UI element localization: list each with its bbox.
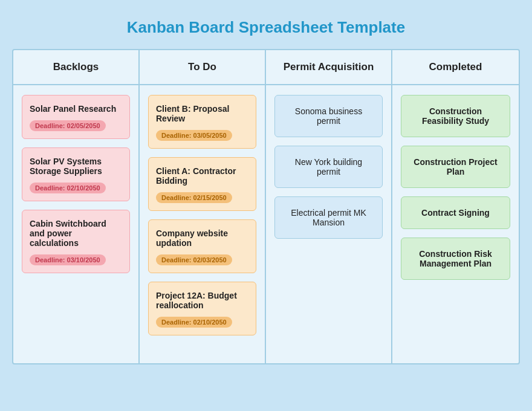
list-item[interactable]: Company website updation Deadline: 02/03…: [148, 219, 256, 273]
card-deadline: Deadline: 03/10/2050: [30, 254, 106, 265]
board-body: Solar Panel Research Deadline: 02/05/205…: [13, 85, 519, 363]
list-item[interactable]: Client B: Proposal Review Deadline: 03/0…: [148, 95, 256, 149]
card-deadline: Deadline: 02/03/2050: [156, 254, 232, 265]
column-header-permit: Permit Acquisition: [266, 50, 392, 84]
list-item[interactable]: Client A: Contractor Bidding Deadline: 0…: [148, 157, 256, 211]
backlogs-column: Solar Panel Research Deadline: 02/05/205…: [13, 85, 140, 363]
card-title: New York building permit: [282, 157, 375, 176]
card-title: Solar Panel Research: [30, 104, 122, 114]
list-item[interactable]: Sonoma business permit: [274, 95, 383, 137]
board-header: Backlogs To Do Permit Acquisition Comple…: [13, 50, 519, 85]
list-item[interactable]: Project 12A: Budget reallocation Deadlin…: [148, 282, 256, 335]
card-deadline: Deadline: 03/05/2050: [156, 130, 232, 141]
card-title: Client B: Proposal Review: [156, 104, 248, 123]
card-title: Solar PV Systems Storage Suppliers: [30, 157, 122, 176]
card-title: Sonoma business permit: [282, 106, 375, 126]
list-item[interactable]: Contract Signing: [401, 196, 510, 229]
todo-column: Client B: Proposal Review Deadline: 03/0…: [140, 85, 266, 363]
card-title: Contract Signing: [409, 208, 502, 218]
card-title: Cabin Switchboard and power calculations: [30, 219, 122, 248]
list-item[interactable]: Construction Feasibility Study: [401, 95, 510, 137]
column-header-completed: Completed: [392, 50, 519, 84]
column-header-todo: To Do: [140, 50, 266, 84]
permit-column: Sonoma business permit New York building…: [266, 85, 392, 363]
completed-column: Construction Feasibility Study Construct…: [392, 85, 519, 363]
column-header-backlogs: Backlogs: [13, 50, 140, 84]
card-title: Construction Feasibility Study: [409, 106, 502, 126]
list-item[interactable]: Construction Risk Management Plan: [401, 238, 510, 280]
list-item[interactable]: Electrical permit MK Mansion: [274, 196, 383, 239]
card-deadline: Deadline: 02/10/2050: [156, 317, 232, 328]
card-title: Company website updation: [156, 228, 248, 248]
card-deadline: Deadline: 02/15/2050: [156, 192, 232, 203]
card-title: Construction Risk Management Plan: [409, 249, 502, 268]
card-title: Client A: Contractor Bidding: [156, 166, 248, 186]
page-title: Kanban Board Spreadsheet Template: [127, 18, 405, 37]
card-title: Project 12A: Budget reallocation: [156, 291, 248, 310]
card-deadline: Deadline: 02/10/2050: [30, 183, 106, 193]
list-item[interactable]: Solar Panel Research Deadline: 02/05/205…: [22, 95, 130, 139]
card-title: Construction Project Plan: [409, 157, 502, 176]
card-title: Electrical permit MK Mansion: [282, 208, 375, 227]
list-item[interactable]: Solar PV Systems Storage Suppliers Deadl…: [22, 147, 130, 201]
list-item[interactable]: New York building permit: [274, 146, 383, 188]
kanban-board: Backlogs To Do Permit Acquisition Comple…: [12, 49, 520, 364]
card-deadline: Deadline: 02/05/2050: [30, 120, 106, 131]
list-item[interactable]: Cabin Switchboard and power calculations…: [22, 210, 130, 273]
list-item[interactable]: Construction Project Plan: [401, 146, 510, 188]
